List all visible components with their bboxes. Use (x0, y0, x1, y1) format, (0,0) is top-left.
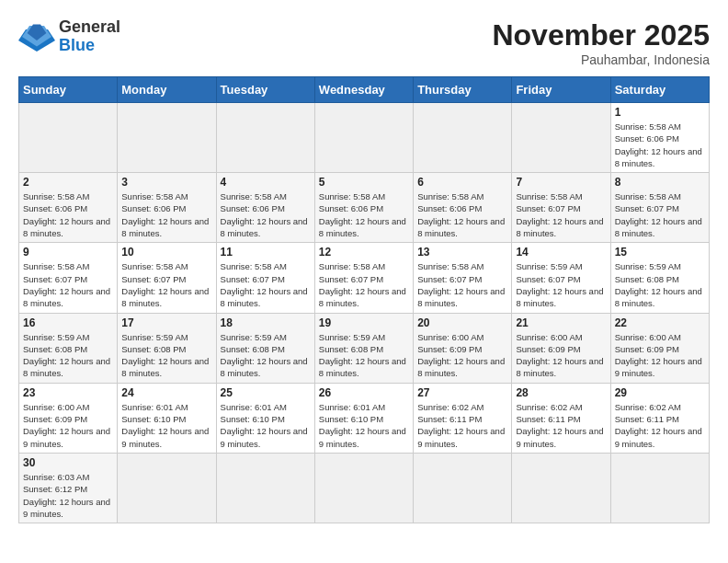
calendar-week-row: 9Sunrise: 5:58 AMSunset: 6:07 PMDaylight… (19, 243, 710, 313)
day-info: Sunrise: 5:59 AMSunset: 6:07 PMDaylight:… (516, 260, 606, 309)
logo-general: General (59, 18, 120, 37)
calendar-day-cell: 7Sunrise: 5:58 AMSunset: 6:07 PMDaylight… (512, 173, 610, 243)
weekday-header-friday: Friday (512, 77, 610, 103)
weekday-header-tuesday: Tuesday (216, 77, 314, 103)
calendar-day-cell: 29Sunrise: 6:02 AMSunset: 6:11 PMDayligh… (610, 383, 709, 453)
day-number: 7 (516, 176, 606, 189)
day-info: Sunrise: 6:02 AMSunset: 6:11 PMDaylight:… (615, 401, 705, 450)
day-number: 20 (417, 316, 507, 329)
day-info: Sunrise: 5:58 AMSunset: 6:06 PMDaylight:… (221, 190, 311, 239)
calendar-day-cell (314, 453, 413, 523)
calendar-day-cell (19, 103, 118, 173)
day-info: Sunrise: 6:01 AMSunset: 6:10 PMDaylight:… (221, 401, 311, 450)
page-header: General Blue November 2025 Pauhambar, In… (18, 18, 710, 67)
day-number: 11 (221, 246, 311, 259)
calendar-day-cell: 17Sunrise: 5:59 AMSunset: 6:08 PMDayligh… (118, 313, 216, 383)
day-info: Sunrise: 5:58 AMSunset: 6:07 PMDaylight:… (23, 260, 113, 309)
day-number: 10 (121, 246, 211, 259)
day-info: Sunrise: 5:58 AMSunset: 6:07 PMDaylight:… (121, 260, 211, 309)
day-number: 23 (23, 386, 113, 399)
calendar-week-row: 30Sunrise: 6:03 AMSunset: 6:12 PMDayligh… (19, 453, 710, 523)
day-info: Sunrise: 5:58 AMSunset: 6:06 PMDaylight:… (615, 121, 705, 169)
title-area: November 2025 Pauhambar, Indonesia (492, 18, 710, 67)
day-info: Sunrise: 5:59 AMSunset: 6:08 PMDaylight:… (121, 331, 211, 380)
day-number: 25 (221, 386, 311, 399)
calendar-table: SundayMondayTuesdayWednesdayThursdayFrid… (18, 76, 710, 523)
weekday-header-thursday: Thursday (414, 77, 512, 103)
day-number: 6 (417, 176, 507, 189)
weekday-header-wednesday: Wednesday (314, 77, 413, 103)
calendar-day-cell: 28Sunrise: 6:02 AMSunset: 6:11 PMDayligh… (512, 383, 610, 453)
day-info: Sunrise: 5:58 AMSunset: 6:06 PMDaylight:… (417, 190, 507, 239)
calendar-day-cell (512, 453, 610, 523)
logo-blue: Blue (59, 37, 120, 55)
calendar-day-cell: 8Sunrise: 5:58 AMSunset: 6:07 PMDaylight… (610, 173, 709, 243)
calendar-week-row: 2Sunrise: 5:58 AMSunset: 6:06 PMDaylight… (19, 173, 710, 243)
calendar-day-cell: 11Sunrise: 5:58 AMSunset: 6:07 PMDayligh… (216, 243, 314, 313)
day-number: 13 (417, 246, 507, 259)
day-info: Sunrise: 5:58 AMSunset: 6:07 PMDaylight:… (516, 190, 606, 239)
day-info: Sunrise: 5:58 AMSunset: 6:07 PMDaylight:… (615, 190, 705, 239)
calendar-day-cell: 12Sunrise: 5:58 AMSunset: 6:07 PMDayligh… (314, 243, 413, 313)
calendar-day-cell: 23Sunrise: 6:00 AMSunset: 6:09 PMDayligh… (19, 383, 118, 453)
day-number: 16 (23, 316, 113, 329)
calendar-day-cell (118, 453, 216, 523)
generalblue-logo-icon (18, 18, 55, 55)
day-info: Sunrise: 6:00 AMSunset: 6:09 PMDaylight:… (615, 331, 705, 380)
day-number: 2 (23, 176, 113, 189)
calendar-day-cell: 27Sunrise: 6:02 AMSunset: 6:11 PMDayligh… (414, 383, 512, 453)
calendar-day-cell: 1Sunrise: 5:58 AMSunset: 6:06 PMDaylight… (610, 103, 709, 173)
weekday-header-saturday: Saturday (610, 77, 709, 103)
day-number: 19 (319, 316, 409, 329)
day-number: 18 (221, 316, 311, 329)
calendar-day-cell: 20Sunrise: 6:00 AMSunset: 6:09 PMDayligh… (414, 313, 512, 383)
weekday-header-monday: Monday (118, 77, 216, 103)
logo-text: General Blue (59, 18, 120, 55)
calendar-day-cell: 10Sunrise: 5:58 AMSunset: 6:07 PMDayligh… (118, 243, 216, 313)
calendar-day-cell (512, 103, 610, 173)
calendar-week-row: 1Sunrise: 5:58 AMSunset: 6:06 PMDaylight… (19, 103, 710, 173)
calendar-day-cell (216, 453, 314, 523)
calendar-day-cell: 26Sunrise: 6:01 AMSunset: 6:10 PMDayligh… (314, 383, 413, 453)
day-info: Sunrise: 5:58 AMSunset: 6:06 PMDaylight:… (121, 190, 211, 239)
day-info: Sunrise: 5:58 AMSunset: 6:07 PMDaylight:… (319, 260, 409, 309)
calendar-day-cell (314, 103, 413, 173)
day-number: 14 (516, 246, 606, 259)
calendar-day-cell: 2Sunrise: 5:58 AMSunset: 6:06 PMDaylight… (19, 173, 118, 243)
calendar-week-row: 16Sunrise: 5:59 AMSunset: 6:08 PMDayligh… (19, 313, 710, 383)
day-number: 1 (615, 106, 705, 119)
day-info: Sunrise: 5:58 AMSunset: 6:07 PMDaylight:… (221, 260, 311, 309)
day-info: Sunrise: 6:02 AMSunset: 6:11 PMDaylight:… (516, 401, 606, 450)
day-info: Sunrise: 5:59 AMSunset: 6:08 PMDaylight:… (23, 331, 113, 380)
day-number: 24 (121, 386, 211, 399)
calendar-day-cell: 9Sunrise: 5:58 AMSunset: 6:07 PMDaylight… (19, 243, 118, 313)
calendar-subtitle: Pauhambar, Indonesia (492, 52, 710, 67)
day-number: 12 (319, 246, 409, 259)
day-number: 26 (319, 386, 409, 399)
day-info: Sunrise: 6:01 AMSunset: 6:10 PMDaylight:… (121, 401, 211, 450)
day-info: Sunrise: 6:00 AMSunset: 6:09 PMDaylight:… (23, 401, 113, 450)
day-info: Sunrise: 6:03 AMSunset: 6:12 PMDaylight:… (23, 471, 113, 520)
day-info: Sunrise: 5:58 AMSunset: 6:07 PMDaylight:… (417, 260, 507, 309)
calendar-day-cell: 21Sunrise: 6:00 AMSunset: 6:09 PMDayligh… (512, 313, 610, 383)
calendar-day-cell (216, 103, 314, 173)
day-number: 29 (615, 386, 705, 399)
day-number: 8 (615, 176, 705, 189)
day-number: 28 (516, 386, 606, 399)
calendar-day-cell (414, 103, 512, 173)
calendar-day-cell (118, 103, 216, 173)
day-info: Sunrise: 5:59 AMSunset: 6:08 PMDaylight:… (319, 331, 409, 380)
day-number: 17 (121, 316, 211, 329)
calendar-day-cell: 3Sunrise: 5:58 AMSunset: 6:06 PMDaylight… (118, 173, 216, 243)
calendar-day-cell: 14Sunrise: 5:59 AMSunset: 6:07 PMDayligh… (512, 243, 610, 313)
calendar-day-cell: 5Sunrise: 5:58 AMSunset: 6:06 PMDaylight… (314, 173, 413, 243)
calendar-day-cell (414, 453, 512, 523)
day-info: Sunrise: 5:59 AMSunset: 6:08 PMDaylight:… (221, 331, 311, 380)
day-info: Sunrise: 5:58 AMSunset: 6:06 PMDaylight:… (319, 190, 409, 239)
day-info: Sunrise: 5:58 AMSunset: 6:06 PMDaylight:… (23, 190, 113, 239)
logo: General Blue (18, 18, 120, 55)
calendar-day-cell (610, 453, 709, 523)
calendar-week-row: 23Sunrise: 6:00 AMSunset: 6:09 PMDayligh… (19, 383, 710, 453)
calendar-day-cell: 24Sunrise: 6:01 AMSunset: 6:10 PMDayligh… (118, 383, 216, 453)
calendar-day-cell: 19Sunrise: 5:59 AMSunset: 6:08 PMDayligh… (314, 313, 413, 383)
